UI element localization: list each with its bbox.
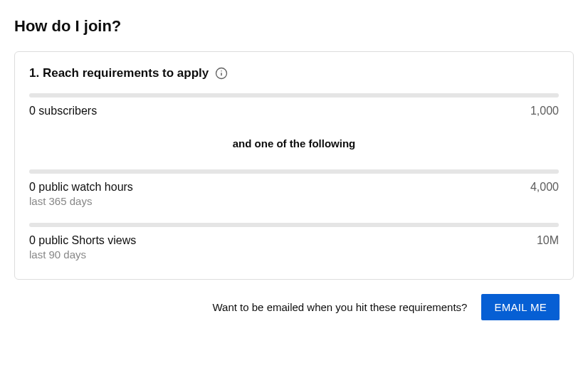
- shorts-views-target: 10M: [537, 234, 559, 247]
- shorts-views-progress-bar: [29, 223, 559, 227]
- shorts-views-sub: last 90 days: [29, 248, 136, 261]
- watch-hours-sub: last 365 days: [29, 195, 133, 207]
- card-title: 1. Reach requirements to apply: [29, 66, 209, 80]
- separator-text: and one of the following: [29, 137, 559, 149]
- watch-hours-requirement: 0 public watch hours last 365 days 4,000: [29, 181, 559, 207]
- email-prompt-row: Want to be emailed when you hit these re…: [14, 294, 574, 320]
- watch-hours-progress-bar: [29, 169, 559, 174]
- watch-hours-target: 4,000: [530, 181, 559, 194]
- page-title: How do I join?: [14, 17, 574, 36]
- svg-point-2: [221, 70, 223, 72]
- shorts-views-label: 0 public Shorts views: [29, 234, 136, 247]
- requirements-card: 1. Reach requirements to apply 0 subscri…: [14, 51, 574, 280]
- subscribers-progress-bar: [29, 93, 559, 98]
- subscribers-label: 0 subscribers: [29, 105, 97, 117]
- email-me-button[interactable]: EMAIL ME: [481, 294, 560, 320]
- card-header: 1. Reach requirements to apply: [29, 66, 559, 80]
- subscribers-target: 1,000: [530, 105, 559, 117]
- info-icon[interactable]: [214, 66, 229, 80]
- email-prompt-text: Want to be emailed when you hit these re…: [212, 301, 467, 313]
- shorts-views-requirement: 0 public Shorts views last 90 days 10M: [29, 234, 559, 261]
- subscribers-requirement: 0 subscribers 1,000: [29, 105, 559, 117]
- watch-hours-label: 0 public watch hours: [29, 181, 133, 194]
